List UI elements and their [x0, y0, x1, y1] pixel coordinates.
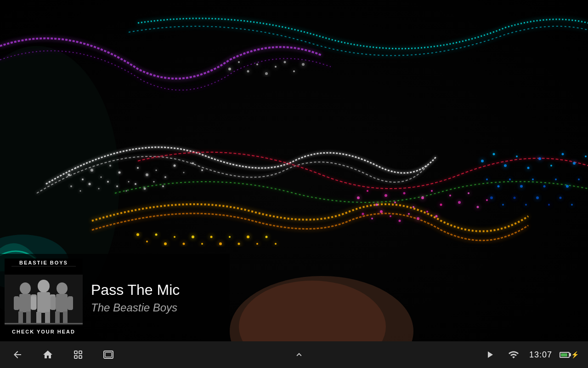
svg-point-77 [548, 204, 550, 206]
svg-point-85 [183, 243, 185, 245]
svg-point-57 [527, 167, 530, 169]
svg-point-8 [119, 172, 121, 174]
svg-point-68 [543, 185, 546, 188]
svg-point-55 [504, 164, 507, 167]
svg-point-86 [192, 236, 194, 238]
svg-point-59 [550, 165, 552, 167]
svg-rect-129 [51, 296, 56, 310]
svg-point-67 [532, 178, 534, 180]
svg-point-74 [514, 197, 516, 199]
svg-point-96 [228, 68, 231, 70]
svg-point-64 [498, 185, 500, 188]
svg-point-91 [238, 243, 240, 245]
svg-rect-134 [74, 351, 77, 354]
svg-point-6 [101, 177, 102, 178]
svg-point-25 [135, 183, 136, 185]
svg-point-70 [566, 185, 569, 188]
now-playing-card: BEASTIE BOYS [0, 254, 230, 341]
svg-point-48 [399, 220, 401, 222]
svg-rect-135 [79, 351, 82, 354]
svg-point-56 [516, 155, 518, 157]
svg-point-84 [174, 236, 175, 238]
home-button[interactable] [40, 346, 56, 363]
svg-point-60 [562, 153, 564, 155]
svg-point-21 [98, 188, 100, 190]
play-button[interactable] [481, 346, 498, 363]
svg-rect-136 [74, 356, 77, 358]
up-button[interactable] [291, 346, 307, 363]
svg-point-14 [174, 165, 176, 167]
battery-fill [561, 353, 567, 356]
svg-point-39 [449, 195, 451, 196]
svg-point-46 [380, 210, 383, 213]
svg-point-5 [90, 169, 93, 172]
battery-indicator: ⚡ [560, 351, 579, 358]
svg-point-44 [362, 213, 364, 215]
svg-point-119 [38, 280, 50, 293]
svg-point-31 [376, 204, 378, 206]
battery-body [560, 352, 570, 358]
svg-point-22 [107, 181, 109, 183]
screenshot-button[interactable] [100, 346, 117, 363]
song-title: Pass The Mic [91, 281, 180, 299]
svg-rect-115 [18, 311, 23, 323]
svg-point-98 [247, 70, 249, 73]
svg-point-58 [538, 157, 541, 160]
svg-point-53 [481, 160, 484, 162]
svg-point-19 [80, 190, 81, 192]
svg-point-69 [555, 178, 557, 180]
svg-point-9 [128, 181, 130, 183]
recents-button[interactable] [70, 346, 86, 363]
svg-point-41 [468, 192, 469, 194]
svg-rect-127 [55, 311, 60, 323]
svg-point-71 [578, 178, 580, 180]
svg-point-102 [284, 61, 286, 63]
svg-point-66 [520, 185, 523, 188]
svg-point-93 [256, 243, 258, 245]
svg-point-63 [486, 178, 488, 180]
song-info: Pass The Mic The Beastie Boys [83, 281, 180, 314]
svg-point-30 [367, 190, 368, 192]
svg-point-18 [70, 185, 72, 187]
svg-point-40 [458, 201, 461, 204]
svg-point-10 [137, 167, 139, 169]
svg-point-99 [256, 63, 258, 65]
svg-rect-139 [105, 352, 112, 357]
svg-rect-137 [79, 356, 82, 358]
svg-point-38 [440, 204, 442, 206]
svg-point-50 [417, 217, 419, 220]
svg-point-95 [275, 243, 277, 245]
svg-point-37 [431, 190, 433, 192]
svg-point-61 [573, 162, 576, 165]
svg-point-7 [109, 165, 111, 167]
svg-point-24 [126, 190, 127, 192]
svg-rect-128 [63, 311, 68, 323]
svg-point-100 [265, 72, 268, 75]
svg-point-49 [408, 213, 410, 215]
svg-point-62 [585, 155, 587, 157]
svg-point-33 [394, 201, 396, 203]
back-button[interactable] [9, 346, 26, 363]
svg-point-73 [502, 204, 504, 206]
svg-point-78 [560, 197, 562, 199]
svg-point-92 [247, 236, 249, 238]
svg-point-88 [210, 236, 213, 238]
svg-point-103 [293, 70, 295, 72]
svg-point-47 [390, 215, 391, 217]
svg-point-35 [413, 206, 414, 208]
svg-point-42 [477, 206, 479, 208]
svg-point-3 [75, 167, 77, 169]
svg-point-87 [201, 243, 203, 245]
svg-point-125 [57, 282, 68, 294]
svg-text:BEASTIE BOYS: BEASTIE BOYS [19, 260, 68, 265]
svg-point-89 [219, 242, 222, 245]
svg-point-82 [155, 234, 158, 236]
svg-point-17 [201, 169, 203, 171]
signal-icon [505, 346, 522, 363]
svg-point-52 [435, 215, 438, 218]
svg-rect-126 [56, 294, 68, 312]
svg-point-81 [146, 241, 148, 242]
svg-point-12 [156, 170, 157, 171]
svg-point-29 [357, 196, 360, 199]
svg-point-90 [229, 236, 231, 238]
